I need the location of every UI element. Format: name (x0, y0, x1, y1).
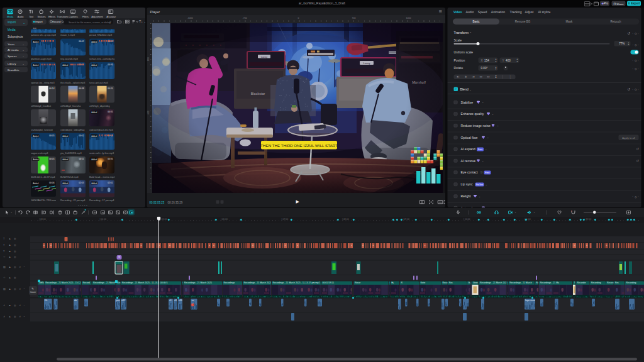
svg-text:THEN THE THIRD ONE IZZUL WILL: THEN THE THIRD ONE IZZUL WILL START (260, 143, 338, 148)
